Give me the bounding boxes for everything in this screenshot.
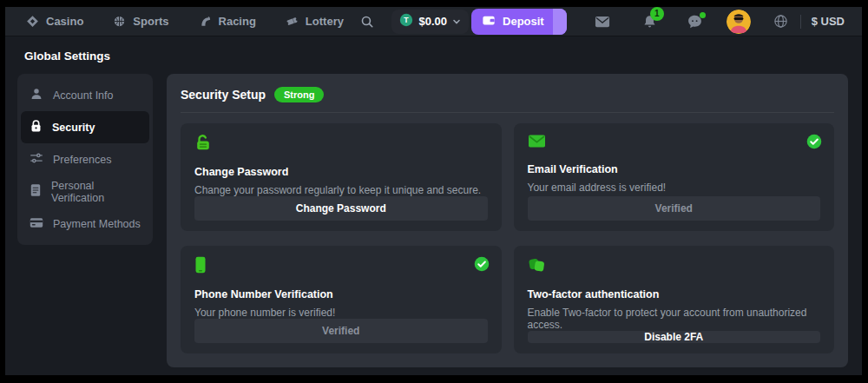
notification-count-badge: 1	[650, 7, 664, 21]
two-factor-shield-icon	[528, 256, 821, 277]
lottery-icon	[286, 15, 299, 28]
disable-2fa-button[interactable]: Disable 2FA	[528, 331, 821, 343]
chat-icon[interactable]	[687, 15, 702, 29]
sidebar-item-security[interactable]: Security	[21, 111, 149, 143]
nav-item-label: Racing	[219, 15, 256, 28]
primary-nav: Casino Sports Racing Lottery	[26, 15, 344, 28]
wallet-balance[interactable]: T $0.00	[391, 10, 469, 34]
settings-sidebar: Account Info Security Preferences Person…	[17, 74, 153, 245]
sidebar-item-label: Preferences	[53, 154, 111, 166]
padlock-open-icon	[194, 134, 488, 155]
mail-icon[interactable]	[595, 16, 610, 28]
nav-item-casino[interactable]: Casino	[26, 15, 83, 28]
chevron-down-icon	[452, 14, 461, 30]
two-factor-card: Two-factor authentication Enable Two-fac…	[514, 246, 835, 353]
nav-item-lottery[interactable]: Lottery	[286, 15, 344, 28]
top-navbar: Casino Sports Racing Lottery T $0.00	[5, 7, 862, 36]
deposit-button[interactable]: Deposit	[471, 9, 567, 35]
phone-verified-button[interactable]: Verified	[194, 319, 488, 343]
wallet-icon	[482, 14, 496, 29]
email-verified-button[interactable]: Verified	[528, 196, 821, 221]
panel-title: Security Setup	[181, 88, 266, 102]
navbar-divider	[800, 15, 801, 29]
tether-icon: T	[399, 13, 413, 30]
balance-amount: $0.00	[418, 15, 447, 28]
change-password-card: Change Password Change your password reg…	[181, 123, 502, 231]
email-verification-card: Email Verification Your email address is…	[514, 123, 835, 231]
check-circle-icon	[806, 134, 822, 153]
card-title: Two-factor authentication	[528, 288, 821, 300]
racing-icon	[199, 15, 212, 28]
nav-item-label: Lottery	[306, 15, 344, 28]
currency-selector[interactable]: $ USD	[812, 15, 845, 28]
security-cards-grid: Change Password Change your password reg…	[167, 113, 848, 367]
unread-message-dot	[700, 12, 706, 18]
change-password-button[interactable]: Change Password	[194, 196, 488, 221]
user-icon	[30, 87, 43, 103]
sidebar-item-label: Payment Methods	[53, 218, 141, 230]
envelope-icon	[528, 134, 821, 152]
page-title: Global Settings	[24, 50, 862, 63]
sidebar-item-label: Account Info	[53, 89, 114, 102]
nav-item-racing[interactable]: Racing	[199, 15, 256, 28]
casino-icon	[26, 15, 39, 28]
card-description: Change your password regularly to keep i…	[194, 184, 488, 196]
phone-verification-card: Phone Number Verification Your phone num…	[181, 246, 502, 353]
deposit-label: Deposit	[503, 15, 544, 28]
settings-layout: Account Info Security Preferences Person…	[5, 74, 862, 367]
nav-item-sports[interactable]: Sports	[113, 15, 168, 28]
sidebar-item-account-info[interactable]: Account Info	[21, 79, 149, 111]
document-icon	[30, 183, 42, 200]
card-title: Phone Number Verification	[194, 288, 488, 300]
card-description: Enable Two-factor to protect your accoun…	[528, 307, 821, 331]
bell-icon[interactable]: 1	[643, 15, 656, 29]
navbar-right: T $0.00 Deposit 1 $ USD	[360, 9, 845, 35]
security-setup-panel: Security Setup Strong Change Password Ch…	[167, 74, 848, 367]
card-title: Change Password	[194, 166, 488, 178]
phone-icon	[194, 256, 488, 277]
lock-icon	[30, 119, 43, 135]
sidebar-item-payment-methods[interactable]: Payment Methods	[21, 208, 149, 240]
panel-header: Security Setup Strong	[167, 74, 848, 112]
nav-item-label: Sports	[133, 15, 168, 28]
app-window: Casino Sports Racing Lottery T $0.00	[5, 7, 862, 375]
svg-text:T: T	[404, 16, 410, 24]
card-title: Email Verification	[528, 163, 821, 175]
sidebar-item-label: Security	[52, 122, 95, 134]
credit-card-icon	[30, 217, 43, 231]
nav-item-label: Casino	[46, 15, 83, 28]
globe-icon[interactable]	[773, 14, 788, 29]
security-strength-badge: Strong	[274, 87, 324, 102]
screenshot-frame: Casino Sports Racing Lottery T $0.00	[0, 0, 868, 383]
sports-icon	[113, 15, 126, 28]
card-description: Your phone number is verified!	[194, 307, 488, 319]
card-description: Your email address is verified!	[528, 182, 821, 194]
check-circle-icon	[474, 256, 490, 275]
sidebar-item-label: Personal Verification	[51, 180, 141, 204]
avatar[interactable]	[727, 10, 751, 34]
sidebar-item-personal-verification[interactable]: Personal Verification	[21, 175, 149, 208]
deposit-quick-segment[interactable]	[553, 9, 567, 35]
search-icon[interactable]	[360, 15, 374, 29]
sidebar-item-preferences[interactable]: Preferences	[21, 143, 149, 175]
sliders-icon	[30, 152, 43, 167]
